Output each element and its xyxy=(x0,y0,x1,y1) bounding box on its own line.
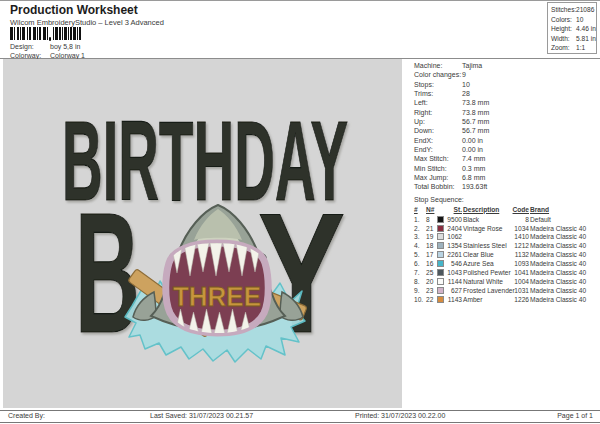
stop-sequence-table: 1. 8 9500 Black 8 Default 2. 21 2404 Vin… xyxy=(414,215,597,304)
cell-description: Vintage Rose xyxy=(463,225,511,232)
machine-info-value: 73.8 mm xyxy=(462,98,597,107)
stop-sequence-row: 6. 16 546 Azure Sea 1093 Madeira Classic… xyxy=(414,259,597,268)
cell-st: 2261 xyxy=(447,251,462,258)
stop-sequence-row: 1. 8 9500 Black 8 Default xyxy=(414,215,597,224)
machine-info-value: 0.00 in xyxy=(462,145,597,154)
col-brand: Brand xyxy=(530,206,597,213)
machine-info-label: Down: xyxy=(414,126,462,135)
stop-sequence-header-row: # N# St. Description Code Brand xyxy=(414,205,597,214)
machine-info-row: Left: 73.8 mm xyxy=(414,98,597,107)
cell-n: 17 xyxy=(426,251,436,258)
cell-description: Stainless Steel xyxy=(463,242,511,249)
colorway-value: Colorway 1 xyxy=(50,52,85,59)
cell-n: 25 xyxy=(426,269,436,276)
cell-num: 3. xyxy=(414,233,425,240)
machine-info-label: Color changes: xyxy=(414,70,462,79)
cell-brand: Madeira Classic 40 xyxy=(530,287,597,294)
thread-color-swatch xyxy=(437,216,444,223)
cell-num: 6. xyxy=(414,260,425,267)
stop-sequence-title: Stop Sequence: xyxy=(414,195,597,205)
machine-info-label: Left: xyxy=(414,98,462,107)
cell-st: 1062 xyxy=(447,233,462,240)
cell-code: 1226 xyxy=(512,296,529,303)
thread-color-swatch xyxy=(437,269,444,276)
machine-info-value: 0.00 in xyxy=(462,136,597,145)
cell-num: 2. xyxy=(414,225,425,232)
barcode-icon xyxy=(10,27,92,41)
cell-st: 546 xyxy=(447,260,462,267)
cell-code: 1041 xyxy=(512,269,529,276)
machine-info-value: 7.4 mm xyxy=(462,154,597,163)
stop-sequence-row: 3. 19 1062 1410 Madeira Classic 40 xyxy=(414,232,597,241)
cell-brand: Madeira Classic 40 xyxy=(530,260,597,267)
machine-info-row: Trims: 28 xyxy=(414,89,597,98)
stats-label: Zoom: xyxy=(551,43,576,53)
production-info-panel: Machine: Tajima Color changes: 9 Stops: … xyxy=(414,61,597,304)
cell-n: 21 xyxy=(426,225,436,232)
cell-st: 1354 xyxy=(447,242,462,249)
machine-info-row: Color changes: 9 xyxy=(414,70,597,79)
cell-n: 22 xyxy=(426,296,436,303)
machine-info-label: Trims: xyxy=(414,89,462,98)
machine-info-row: Max Stitch: 7.4 mm xyxy=(414,154,597,163)
col-n: N# xyxy=(426,206,436,213)
cell-st: 627 xyxy=(447,287,462,294)
cell-num: 7. xyxy=(414,269,425,276)
thread-color-swatch xyxy=(437,233,444,240)
machine-info-value: 6.8 mm xyxy=(462,173,597,182)
footer-bottom-line xyxy=(0,422,600,423)
machine-info-row: Stops: 10 xyxy=(414,80,597,89)
design-stats-box: Stitches: 21086 Colors: 10 Height: 4.46 … xyxy=(547,2,597,54)
cell-brand: Madeira Classic 40 xyxy=(530,278,597,285)
machine-info-row: EndY: 0.00 in xyxy=(414,145,597,154)
machine-info-label: Stops: xyxy=(414,80,462,89)
machine-info-label: Right: xyxy=(414,108,462,117)
cell-num: 10. xyxy=(414,296,425,303)
stats-row: Zoom: 1:1 xyxy=(551,43,596,53)
design-letter-b: B xyxy=(75,178,140,368)
cell-st: 1143 xyxy=(447,296,462,303)
stop-sequence-row: 2. 21 2404 Vintage Rose 1034 Madeira Cla… xyxy=(414,224,597,233)
stats-value: 4.46 in xyxy=(576,24,596,34)
stats-label: Stitches: xyxy=(551,5,576,15)
stats-row: Width: 5.81 in xyxy=(551,34,596,44)
machine-info-value: 56.7 mm xyxy=(462,126,597,135)
cell-num: 4. xyxy=(414,242,425,249)
footer-top-line xyxy=(0,410,600,411)
design-value: boy 5,8 in xyxy=(50,43,80,50)
machine-info-label: Total Bobbin: xyxy=(414,182,462,191)
cell-description: Frosted Lavender xyxy=(463,287,511,294)
col-num: # xyxy=(414,206,425,213)
stats-row: Stitches: 21086 xyxy=(551,5,596,15)
cell-brand: Madeira Classic 40 xyxy=(530,233,597,240)
cell-brand: Madeira Classic 40 xyxy=(530,296,597,303)
stats-label: Colors: xyxy=(551,15,576,25)
machine-info-value: 10 xyxy=(462,80,597,89)
thread-color-swatch xyxy=(437,260,444,267)
cell-code: 1212 xyxy=(512,242,529,249)
cell-n: 16 xyxy=(426,260,436,267)
cell-brand: Madeira Classic 40 xyxy=(530,269,597,276)
cell-n: 8 xyxy=(426,216,436,223)
colorway-row: Colorway: Colorway 1 xyxy=(10,52,41,59)
cell-code: 1132 xyxy=(512,251,529,258)
machine-info-label: Up: xyxy=(414,117,462,126)
cell-brand: Madeira Classic 40 xyxy=(530,251,597,258)
design-preview-canvas: BIRTHDAY B Y THREE xyxy=(3,59,402,408)
stop-sequence-row: 10. 22 1143 Amber 1226 Madeira Classic 4… xyxy=(414,295,597,304)
cell-description: Natural White xyxy=(463,278,511,285)
design-word-three: THREE xyxy=(173,282,261,312)
machine-info-row: Max Jump: 6.8 mm xyxy=(414,173,597,182)
stop-sequence-row: 8. 20 1144 Natural White 1004 Madeira Cl… xyxy=(414,277,597,286)
cell-brand: Madeira Classic 40 xyxy=(530,242,597,249)
cell-description: Black xyxy=(463,216,511,223)
cell-num: 5. xyxy=(414,251,425,258)
cell-st: 2404 xyxy=(447,225,462,232)
cell-description: Azure Sea xyxy=(463,260,511,267)
machine-info-label: Min Stitch: xyxy=(414,164,462,173)
stats-value: 1:1 xyxy=(576,43,596,53)
col-description: Description xyxy=(463,206,511,213)
machine-info-label: Max Jump: xyxy=(414,173,462,182)
page-title: Production Worksheet xyxy=(10,3,138,17)
embroidery-design: BIRTHDAY B Y THREE xyxy=(3,59,402,408)
